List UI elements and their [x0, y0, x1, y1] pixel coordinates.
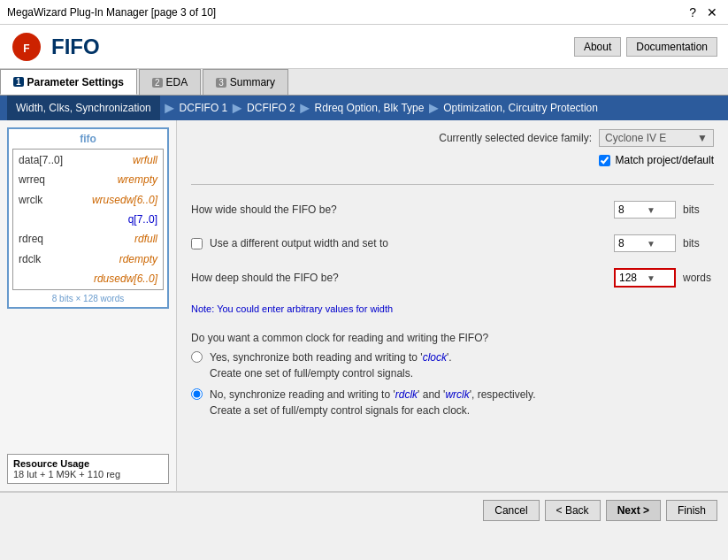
radio-yes-label[interactable]: Yes, synchronize both reading and writin… — [210, 349, 452, 381]
left-panel: fifo data[7..0] wrfull wrreq wrempty wrc… — [0, 120, 177, 491]
title-bar-left: MegaWizard Plug-In Manager [page 3 of 10… — [7, 6, 216, 19]
signal-row-5: rdreq rdfull — [19, 232, 157, 246]
step-width[interactable]: Width, Clks, Synchronization — [7, 96, 160, 120]
about-button[interactable]: About — [574, 37, 621, 57]
fifo-note: 8 bits × 128 words — [12, 294, 164, 303]
step-dcfifo1-label: DCFIFO 1 — [180, 102, 228, 114]
radio-option-2: No, synchronize reading and writing to '… — [191, 387, 714, 418]
step-opt-label: Optimization, Circuitry Protection — [443, 102, 598, 114]
different-output-value: 8 — [618, 237, 643, 249]
different-output-label[interactable]: Use a different output width and set to — [210, 237, 607, 249]
radio-option-1: Yes, synchronize both reading and writin… — [191, 349, 714, 381]
match-project-checkbox[interactable] — [599, 155, 610, 166]
device-family-value: Cyclone IV E — [605, 132, 666, 144]
different-output-row: Use a different output width and set to … — [191, 234, 714, 252]
fifo-diagram-title: fifo — [12, 133, 164, 145]
tab-num-3: 3 — [216, 78, 226, 88]
resource-box: Resource Usage 18 lut + 1 M9K + 110 reg — [7, 454, 169, 484]
step-rdreq-label: Rdreq Option, Blk Type — [315, 102, 425, 114]
logo-text: FIFO — [51, 35, 100, 59]
radio-yes[interactable] — [191, 351, 203, 363]
header-buttons: About Documentation — [574, 37, 717, 57]
sig-wrfull: wrfull — [133, 154, 157, 166]
signal-row-2: wrreq wrempty — [19, 173, 157, 187]
sig-wrusedw: wrusedw[6..0] — [92, 194, 157, 206]
width-row: How wide should the FIFO be? 8 ▼ bits — [191, 201, 714, 219]
different-output-checkbox[interactable] — [191, 238, 203, 249]
sig-wrclk: wrclk — [19, 194, 42, 206]
tab-label-1: Parameter Settings — [27, 76, 124, 88]
signal-row-3: wrclk wrusedw[6..0] — [19, 193, 157, 207]
step-dcfifo2[interactable]: DCFIFO 2 — [247, 102, 295, 114]
signal-row-4: q[7..0] — [19, 212, 157, 226]
tab-eda[interactable]: 2 EDA — [139, 69, 201, 95]
step-arrow-2: ► — [229, 99, 245, 118]
sig-rdreq: rdreq — [19, 233, 43, 245]
radio-no-label[interactable]: No, synchronize reading and writing to '… — [210, 387, 535, 418]
width-dropdown-arrow: ▼ — [647, 205, 671, 215]
sig-rdclk: rdclk — [19, 253, 41, 265]
tab-label-3: Summary — [230, 76, 275, 88]
different-output-input[interactable]: 8 ▼ — [614, 234, 676, 252]
depth-value: 128 — [619, 272, 643, 284]
fifo-logo-icon: F — [11, 31, 42, 63]
resource-title: Resource Usage — [13, 458, 163, 469]
sig-rdfull: rdfull — [134, 233, 157, 245]
fifo-inner: data[7..0] wrfull wrreq wrempty wrclk wr… — [12, 149, 164, 290]
sig-q: q[7..0] — [128, 213, 157, 226]
title-bar: MegaWizard Plug-In Manager [page 3 of 10… — [0, 0, 728, 25]
tab-parameter-settings[interactable]: 1 Parameter Settings — [0, 69, 137, 95]
width-question: How wide should the FIFO be? — [191, 203, 607, 216]
depth-row: How deep should the FIFO be? 128 ▼ words — [191, 268, 714, 288]
depth-dropdown-arrow: ▼ — [647, 273, 671, 283]
step-dcfifo1[interactable]: DCFIFO 1 — [180, 102, 228, 114]
note-row: Note: You could enter arbitrary values f… — [191, 303, 714, 314]
main-content: fifo data[7..0] wrfull wrreq wrempty wrc… — [0, 120, 728, 491]
title-bar-right: ? ✕ — [686, 5, 721, 19]
clock-question: Do you want a common clock for reading a… — [191, 326, 714, 424]
radio-no[interactable] — [191, 388, 203, 400]
steps-bar: Width, Clks, Synchronization ► DCFIFO 1 … — [0, 96, 728, 120]
sig-data: data[7..0] — [19, 154, 63, 166]
step-opt[interactable]: Optimization, Circuitry Protection — [443, 102, 598, 114]
right-panel: Currently selected device family: Cyclon… — [177, 120, 728, 491]
fifo-diagram: fifo data[7..0] wrfull wrreq wrempty wrc… — [7, 127, 169, 309]
match-project-row: Match project/default — [599, 154, 714, 166]
app-title: MegaWizard Plug-In Manager [page 3 of 10… — [7, 6, 216, 19]
step-arrow-3: ► — [297, 99, 313, 118]
device-family-label: Currently selected device family: — [439, 132, 592, 144]
step-rdreq[interactable]: Rdreq Option, Blk Type — [315, 102, 425, 114]
header: F FIFO About Documentation — [0, 25, 728, 69]
width-value: 8 — [618, 203, 643, 216]
sig-wrreq: wrreq — [19, 173, 45, 186]
clock-question-label: Do you want a common clock for reading a… — [191, 332, 714, 344]
device-row: Currently selected device family: Cyclon… — [439, 129, 714, 147]
back-button[interactable]: < Back — [545, 500, 601, 521]
step-dcfifo2-label: DCFIFO 2 — [247, 102, 295, 114]
step-arrow-1: ► — [162, 99, 178, 118]
sig-rdempty: rdempty — [119, 253, 157, 265]
header-logo: F FIFO — [11, 31, 100, 63]
device-family-select[interactable]: Cyclone IV E ▼ — [599, 129, 714, 147]
depth-unit: words — [683, 272, 714, 284]
width-unit: bits — [683, 203, 714, 216]
tab-num-2: 2 — [152, 78, 163, 88]
signal-row-7: rdusedw[6..0] — [19, 272, 157, 286]
width-input[interactable]: 8 ▼ — [614, 201, 676, 219]
next-button[interactable]: Next > — [606, 500, 661, 521]
depth-question: How deep should the FIFO be? — [191, 272, 607, 284]
svg-text:F: F — [23, 42, 29, 55]
tab-summary[interactable]: 3 Summary — [203, 69, 288, 95]
device-family-dropdown-arrow: ▼ — [697, 132, 708, 144]
tab-label-2: EDA — [166, 76, 188, 88]
documentation-button[interactable]: Documentation — [626, 37, 717, 57]
match-project-label[interactable]: Match project/default — [616, 154, 714, 166]
finish-button[interactable]: Finish — [666, 500, 717, 521]
close-button[interactable]: ✕ — [703, 5, 721, 19]
tab-num-1: 1 — [13, 77, 24, 87]
help-button[interactable]: ? — [686, 5, 700, 19]
depth-input[interactable]: 128 ▼ — [614, 268, 676, 288]
divider-1 — [191, 184, 714, 185]
cancel-button[interactable]: Cancel — [483, 500, 539, 521]
signal-row-6: rdclk rdempty — [19, 252, 157, 266]
